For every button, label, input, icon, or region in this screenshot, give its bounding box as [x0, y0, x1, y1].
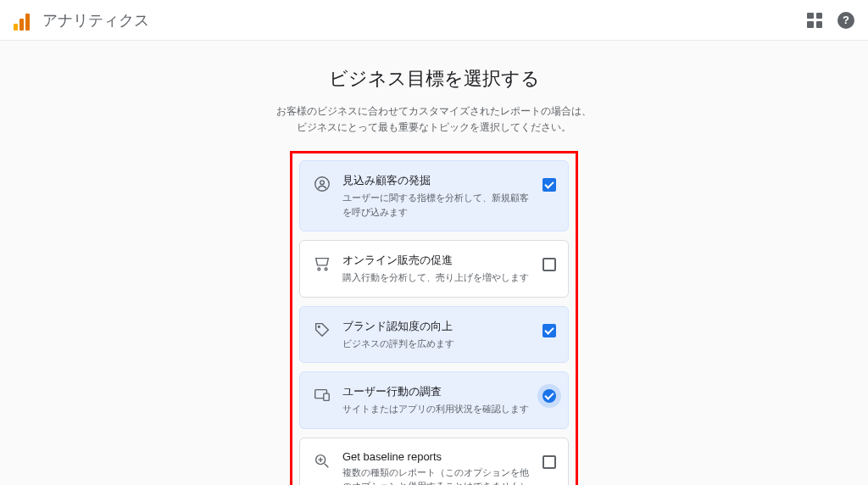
- checkbox-empty-icon: [542, 455, 556, 469]
- svg-point-2: [318, 268, 320, 270]
- analytics-logo-icon: [14, 10, 34, 31]
- svg-rect-6: [324, 394, 329, 401]
- option-title: ユーザー行動の調査: [342, 384, 534, 399]
- checkbox-empty-icon: [542, 258, 556, 271]
- option-desc: 購入行動を分析して、売り上げを増やします: [342, 270, 534, 285]
- page-title: ビジネス目標を選択する: [17, 66, 851, 92]
- option-checkbox[interactable]: [541, 258, 558, 271]
- options-container: 見込み顧客の発掘 ユーザーに関する指標を分析して、新規顧客を呼び込みます オンラ…: [290, 151, 578, 485]
- tag-icon: [310, 321, 334, 339]
- insights-icon: [310, 452, 334, 471]
- header-left: アナリティクス: [14, 10, 149, 31]
- checkbox-checked-icon: [542, 324, 556, 337]
- devices-icon: [310, 386, 334, 404]
- option-lead-generation[interactable]: 見込み顧客の発掘 ユーザーに関する指標を分析して、新規顧客を呼び込みます: [299, 160, 569, 231]
- option-title: 見込み顧客の発掘: [342, 173, 534, 188]
- option-brand-awareness[interactable]: ブランド認知度の向上 ビジネスの評判を広めます: [299, 306, 569, 364]
- option-checkbox[interactable]: [541, 178, 558, 192]
- option-content: オンライン販売の促進 購入行動を分析して、売り上げを増やします: [334, 253, 541, 285]
- option-content: 見込み顧客の発掘 ユーザーに関する指標を分析して、新規顧客を呼び込みます: [334, 173, 541, 219]
- option-content: Get baseline reports 複数の種類のレポート（このオプションを…: [334, 450, 541, 485]
- checkbox-checked-icon: [542, 178, 556, 192]
- svg-point-1: [320, 181, 325, 185]
- option-checkbox[interactable]: [541, 455, 558, 469]
- option-desc: サイトまたはアプリの利用状況を確認します: [342, 402, 534, 416]
- help-icon[interactable]: ?: [837, 12, 854, 29]
- app-header: アナリティクス ?: [0, 0, 868, 41]
- svg-point-4: [318, 326, 320, 327]
- app-title: アナリティクス: [42, 10, 149, 31]
- cart-icon: [310, 254, 334, 273]
- main-content: ビジネス目標を選択する お客様のビジネスに合わせてカスタマイズされたレポートの場…: [0, 41, 868, 485]
- apps-grid-icon[interactable]: [807, 13, 822, 28]
- subtitle-line2: ビジネスにとって最も重要なトピックを選択してください。: [297, 121, 571, 133]
- option-title: ブランド認知度の向上: [342, 319, 534, 334]
- subtitle-line1: お客様のビジネスに合わせてカスタマイズされたレポートの場合は、: [276, 105, 592, 117]
- option-user-behavior[interactable]: ユーザー行動の調査 サイトまたはアプリの利用状況を確認します: [299, 371, 569, 429]
- option-title: オンライン販売の促進: [342, 253, 534, 268]
- option-content: ブランド認知度の向上 ビジネスの評判を広めます: [334, 319, 541, 351]
- option-desc: 複数の種類のレポート（このオプションを他のオプションと併用することはできません）: [342, 465, 534, 485]
- option-title: Get baseline reports: [342, 450, 534, 463]
- target-user-icon: [310, 175, 334, 193]
- option-checkbox[interactable]: [541, 389, 558, 403]
- option-desc: ビジネスの評判を広めます: [342, 337, 534, 351]
- svg-point-3: [325, 268, 327, 270]
- option-online-sales[interactable]: オンライン販売の促進 購入行動を分析して、売り上げを増やします: [299, 240, 569, 298]
- checkbox-checked-icon: [542, 389, 556, 403]
- header-right: ?: [807, 12, 854, 29]
- option-checkbox[interactable]: [541, 324, 558, 337]
- option-desc: ユーザーに関する指標を分析して、新規顧客を呼び込みます: [342, 191, 534, 219]
- page-subtitle: お客様のビジネスに合わせてカスタマイズされたレポートの場合は、 ビジネスにとって…: [17, 103, 851, 136]
- option-content: ユーザー行動の調査 サイトまたはアプリの利用状況を確認します: [334, 384, 541, 416]
- option-baseline-reports[interactable]: Get baseline reports 複数の種類のレポート（このオプションを…: [299, 438, 569, 485]
